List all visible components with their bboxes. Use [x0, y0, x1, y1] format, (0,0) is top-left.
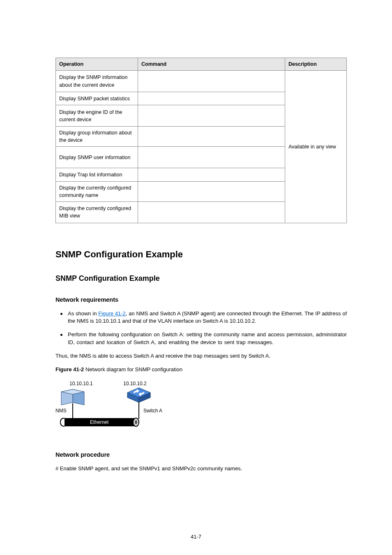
- diagram-svg: 10.10.10.1 10.10.10.2 NMS Switch A: [55, 379, 171, 437]
- th-description: Description: [285, 58, 347, 71]
- cmd-cell: display snmp-agent usm-user [ engineid e…: [138, 147, 285, 168]
- op-cell: Display the SNMP information about the c…: [56, 71, 138, 92]
- table-row: Display the SNMP information about the c…: [56, 71, 347, 92]
- bullet-list: As shown in Figure 41-2, an NMS and Swit…: [55, 310, 347, 347]
- figure-caption-text: Network diagram for SNMP configuration: [84, 366, 182, 372]
- op-cell: Display SNMP packet statistics: [56, 92, 138, 105]
- snmp-display-table: Operation Command Description Display th…: [55, 58, 347, 223]
- th-operation: Operation: [56, 58, 138, 71]
- svg-point-10: [135, 420, 137, 424]
- li-text-pre: As shown in: [68, 310, 98, 317]
- op-cell: Display the engine ID of the current dev…: [56, 105, 138, 127]
- op-cell: Display SNMP user information: [56, 147, 138, 168]
- cmd-cell: display snmp-agent { local-engineid | re…: [138, 105, 285, 127]
- ip-right-label: 10.10.10.2: [123, 381, 147, 386]
- cmd-cell: display snmp-agent statistics: [138, 92, 285, 105]
- li-text-pre: Perform the following configuration on S…: [68, 331, 347, 345]
- ethernet-label: Ethernet: [90, 419, 109, 425]
- figure-link[interactable]: Figure 41-2: [98, 310, 126, 317]
- network-diagram: 10.10.10.1 10.10.10.2 NMS Switch A: [55, 379, 171, 439]
- page-number: 41-7: [0, 533, 392, 541]
- figure-caption-label: Figure 41-2: [55, 366, 84, 372]
- cmd-cell: display snmp-agent sys-info [ contact | …: [138, 71, 285, 92]
- cmd-cell: display snmp-agent group [ group-name ]: [138, 127, 285, 147]
- switch-icon: [127, 388, 150, 419]
- page-container: Operation Command Description Display th…: [0, 0, 392, 555]
- heading-h1: SNMP Configuration Example: [55, 248, 347, 261]
- op-cell: Display the currently configured MIB vie…: [56, 201, 138, 223]
- list-item: As shown in Figure 41-2, an NMS and Swit…: [55, 310, 347, 326]
- nms-label: NMS: [55, 408, 67, 414]
- figure-caption: Figure 41-2 Network diagram for SNMP con…: [55, 366, 347, 374]
- heading-net-req: Network requirements: [55, 296, 347, 304]
- remarks-cell: Available in any view: [285, 71, 347, 223]
- cmd-cell: display snmp-agent mib-view [ exclude | …: [138, 201, 285, 223]
- switch-label: Switch A: [143, 408, 162, 414]
- heading-h2: SNMP Configuration Example: [55, 273, 347, 284]
- list-item: Perform the following configuration on S…: [55, 331, 347, 347]
- ethernet-bar: Ethernet: [60, 418, 139, 426]
- nms-icon: [61, 389, 84, 419]
- step1-paragraph: # Enable SNMP agent, and set the SNMPv1 …: [55, 465, 347, 473]
- op-cell: Display Trap list information: [56, 168, 138, 181]
- th-command: Command: [138, 58, 285, 71]
- ip-left-label: 10.10.10.1: [69, 381, 93, 386]
- op-cell: Display group information about the devi…: [56, 127, 138, 147]
- cmd-cell: display snmp-agent community [ read | wr…: [138, 181, 285, 201]
- cmd-cell: display snmp-agent trap-list: [138, 168, 285, 181]
- heading-net-proc: Network procedure: [55, 451, 347, 459]
- op-cell: Display the currently configured communi…: [56, 181, 138, 201]
- thus-paragraph: Thus, the NMS is able to access Switch A…: [55, 352, 347, 360]
